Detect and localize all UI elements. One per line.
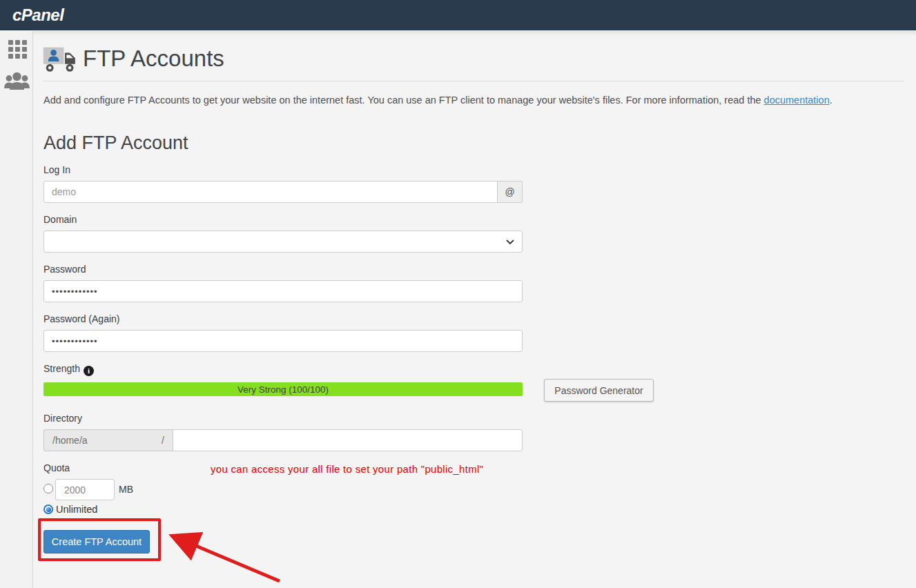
quota-mb-input[interactable]	[55, 479, 115, 500]
strength-meter: Very Strong (100/100)	[43, 382, 523, 396]
page-description: Add and configure FTP Accounts to get yo…	[43, 94, 905, 107]
strength-label: Strengthi	[43, 363, 94, 376]
add-ftp-account-heading: Add FTP Account	[43, 133, 188, 154]
quota-unit-label: MB	[119, 484, 133, 495]
domain-label: Domain	[43, 214, 77, 225]
chevron-down-icon	[506, 239, 514, 245]
ftp-accounts-truck-icon	[43, 43, 77, 77]
description-period: .	[830, 95, 832, 106]
password-again-input[interactable]	[43, 330, 523, 352]
at-sign-addon: @	[498, 181, 523, 203]
topbar-shadow	[0, 31, 916, 36]
password-again-group	[43, 330, 523, 352]
quota-mb-radio[interactable]	[43, 484, 53, 493]
directory-prefix: /home/a/	[43, 429, 173, 451]
quota-unlimited-radio[interactable]	[43, 504, 53, 514]
password-group	[43, 280, 523, 302]
sidebar	[0, 31, 33, 588]
home-path: /home/a	[52, 435, 88, 446]
page-title: FTP Accounts	[83, 46, 224, 72]
password-again-label: Password (Again)	[43, 313, 120, 324]
path-separator: /	[162, 435, 164, 446]
password-generator-button[interactable]: Password Generator	[544, 379, 654, 402]
directory-group: /home/a/	[43, 429, 523, 451]
description-text: Add and configure FTP Accounts to get yo…	[43, 95, 764, 106]
info-icon: i	[84, 366, 94, 376]
user-manager-icon[interactable]	[4, 70, 30, 97]
top-navigation-bar: cPanel	[0, 0, 916, 30]
login-label: Log In	[43, 164, 70, 175]
password-input[interactable]	[43, 280, 523, 302]
red-annotation-arrow	[159, 521, 290, 588]
documentation-link[interactable]: documentation	[764, 95, 830, 106]
red-annotation-note: you can access your all file to set your…	[211, 463, 483, 475]
header-divider	[43, 81, 904, 81]
apps-grid-icon[interactable]	[8, 40, 27, 59]
cpanel-logo: cPanel	[12, 0, 64, 30]
domain-select[interactable]	[43, 231, 523, 253]
quota-label: Quota	[43, 462, 70, 473]
directory-label: Directory	[43, 413, 82, 424]
login-input[interactable]	[43, 181, 498, 203]
directory-input[interactable]	[173, 429, 523, 451]
login-group: @	[43, 181, 523, 203]
create-ftp-account-button[interactable]: Create FTP Account	[43, 530, 150, 553]
password-label: Password	[43, 264, 86, 275]
domain-group	[43, 231, 523, 253]
quota-unlimited-label: Unlimited	[56, 504, 97, 515]
